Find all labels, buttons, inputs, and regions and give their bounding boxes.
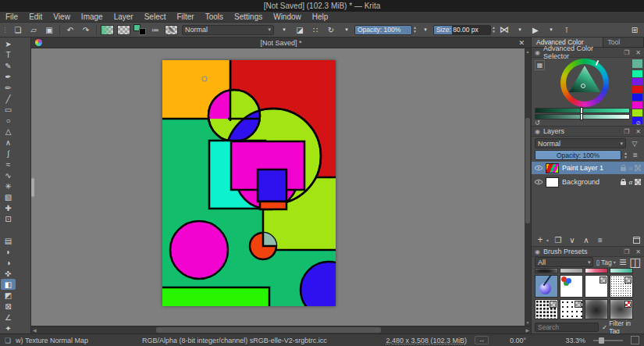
pan-status-icon[interactable]: ↔ — [475, 336, 489, 344]
mirror-horizontal-button[interactable]: ⋈ — [498, 24, 511, 36]
size-slider[interactable]: Size: 80.00 px — [433, 25, 491, 35]
multibrush-tool[interactable]: ✳ — [1, 180, 16, 191]
preset-filter-combo[interactable]: All ▾ — [535, 257, 593, 267]
calligraphy-tool[interactable]: ✒ — [1, 71, 16, 82]
canvas-only-mode-button[interactable] — [631, 336, 639, 344]
inherit-alpha-icon[interactable] — [635, 179, 641, 185]
gradient-chooser-button[interactable] — [101, 25, 114, 35]
gradient-tool[interactable]: ▤ — [1, 235, 16, 246]
mirror-horizontal-caret[interactable]: ▾ — [514, 24, 526, 36]
add-layer-caret[interactable]: ▾ — [546, 237, 549, 243]
color-history-swatch[interactable] — [632, 78, 642, 85]
hue-ring[interactable] — [560, 59, 609, 107]
horizontal-scrollbar[interactable]: ◀ ▶ — [31, 326, 531, 334]
current-color-swatch[interactable] — [632, 59, 642, 68]
freehand-brush-tool[interactable]: ✏ — [1, 82, 16, 93]
wrap-around-mode-button[interactable]: ⊺ — [560, 24, 573, 36]
move-layer-down-button[interactable]: ∨ — [568, 234, 577, 245]
color-history-button[interactable]: ↺ — [535, 119, 540, 127]
color-sampler-tool[interactable]: ◗ — [1, 246, 16, 257]
brush-preset-tile[interactable] — [585, 268, 608, 273]
float-docker-icon[interactable]: ❐ — [624, 248, 629, 255]
search-input[interactable] — [535, 323, 599, 332]
blend-mode-caret-button[interactable]: ▾ — [278, 24, 290, 36]
layer-name[interactable]: Background — [562, 178, 617, 186]
layer-row-background[interactable]: Background α — [532, 176, 644, 188]
layer-blend-mode-combo[interactable]: Normal ▾ — [535, 138, 626, 148]
preset-view-mode-button[interactable]: ≡ — [618, 257, 628, 268]
hue-shade-bar[interactable] — [535, 108, 630, 113]
horizontal-scroll-thumb[interactable] — [156, 327, 381, 333]
scroll-down-icon[interactable]: ▼ — [525, 320, 531, 325]
brush-preset-tile[interactable] — [585, 275, 608, 298]
dynamic-brush-tool[interactable]: ∿ — [1, 169, 16, 180]
layer-options-menu-button[interactable]: ≡ — [630, 151, 641, 159]
select-shapes-tool[interactable]: ➤ — [1, 38, 16, 49]
freehand-path-tool[interactable]: ≈ — [1, 159, 16, 169]
size-spinner[interactable]: ▲▼ — [492, 25, 496, 35]
canvas-viewport[interactable]: ▲ ▼ — [31, 48, 531, 326]
gamut-mask-off-button[interactable]: ⊘ — [635, 119, 641, 127]
alpha-lock-icon[interactable]: α — [628, 179, 632, 186]
redo-button[interactable]: ↷ — [80, 24, 92, 36]
layer-name[interactable]: Paint Layer 1 — [562, 164, 617, 172]
float-docker-icon[interactable]: ❐ — [624, 49, 629, 56]
zoom-slider-thumb[interactable] — [599, 337, 604, 344]
lightness-shade-bar[interactable] — [535, 114, 630, 119]
menu-item[interactable]: Image — [76, 12, 109, 23]
opacity-slider[interactable]: Opacity: 100% — [354, 25, 412, 35]
menu-item[interactable]: Layer — [109, 12, 139, 23]
layer-properties-button[interactable]: ≡ — [596, 234, 605, 245]
menu-item[interactable]: Window — [268, 12, 307, 23]
smart-patch-tool[interactable]: ✜ — [1, 268, 16, 279]
menu-item[interactable]: File — [0, 12, 23, 23]
opacity-caret-button[interactable]: ▾ — [419, 24, 432, 36]
text-tool[interactable]: T — [1, 49, 16, 60]
menu-item[interactable]: Filter — [171, 12, 199, 23]
scroll-up-icon[interactable]: ▲ — [525, 49, 531, 54]
inherit-alpha-icon[interactable] — [635, 165, 641, 171]
brush-preset-chooser-button[interactable]: ✎ — [165, 25, 178, 35]
foreground-background-colors[interactable] — [133, 24, 146, 35]
brush-preset-tile[interactable] — [560, 268, 583, 273]
zoom-slider[interactable] — [593, 340, 623, 341]
close-docker-icon[interactable]: ✕ — [635, 49, 641, 56]
layer-thumbnail[interactable] — [546, 163, 559, 173]
color-history-swatch[interactable] — [632, 94, 642, 101]
eraser-mode-button[interactable]: ◪ — [294, 24, 306, 36]
brush-preset-status-icon[interactable]: ❏ — [5, 337, 11, 344]
delete-layer-button[interactable] — [633, 237, 640, 244]
mirror-vertical-caret[interactable]: ▾ — [545, 24, 557, 36]
layer-opacity-spinner[interactable]: ▲▼ — [624, 150, 628, 160]
menu-item[interactable]: Select — [139, 12, 172, 23]
polyline-tool[interactable]: ∧ — [1, 137, 16, 148]
color-history-swatch[interactable] — [632, 70, 642, 77]
layer-visibility-icon[interactable] — [535, 180, 543, 184]
polygon-tool[interactable]: △ — [1, 126, 16, 137]
vertical-scrollbar[interactable]: ▲ ▼ — [525, 48, 531, 326]
assistants-tool[interactable]: ✦ — [1, 323, 16, 334]
measure-tool[interactable]: ∠ — [1, 312, 16, 323]
brush-preset-tile[interactable] — [535, 299, 558, 319]
blend-mode-combo[interactable]: Normal ▾ — [182, 25, 274, 35]
toolbar-handle[interactable]: ⋮ — [0, 26, 10, 34]
fill-tool[interactable]: ◧ — [1, 279, 16, 290]
color-selector-settings-button[interactable]: ▦ — [535, 60, 545, 70]
menu-item[interactable]: Tools — [200, 12, 229, 23]
menu-item[interactable]: Help — [307, 12, 334, 23]
color-history-swatch[interactable] — [632, 102, 642, 109]
background-color-swatch[interactable] — [139, 28, 146, 35]
layer-lock-icon[interactable] — [621, 167, 626, 171]
brush-preset-tile[interactable] — [560, 275, 583, 298]
brush-preset-tile[interactable] — [610, 268, 633, 273]
filter-in-tag-checkbox[interactable]: ✓ Filter in Tag — [602, 319, 641, 335]
edit-shapes-tool[interactable]: ✎ — [1, 60, 16, 71]
close-docker-icon[interactable]: ✕ — [635, 128, 641, 135]
brush-preset-tile[interactable] — [560, 299, 583, 319]
add-layer-button[interactable]: + — [535, 234, 545, 245]
brush-preset-tile[interactable] — [610, 299, 633, 319]
enclose-fill-tool[interactable]: ◩ — [1, 290, 16, 301]
tag-button[interactable]: ▯ Tag ▾ — [596, 259, 615, 266]
menu-item[interactable]: Edit — [23, 12, 48, 23]
new-document-button[interactable]: ❏ — [12, 24, 24, 36]
